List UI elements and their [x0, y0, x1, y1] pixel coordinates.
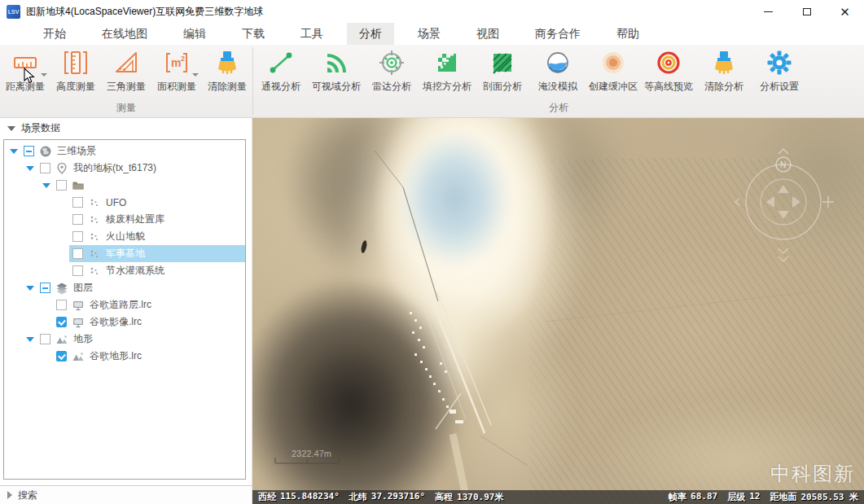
- cut-fill-icon: [433, 49, 461, 77]
- clear-analysis-button[interactable]: 清除分析: [696, 49, 752, 94]
- level-label: 层级: [727, 491, 745, 503]
- checkbox-checked[interactable]: [56, 351, 67, 362]
- expander-icon[interactable]: [7, 142, 20, 160]
- group-label-measure: 测量: [0, 99, 252, 117]
- mouse-cursor-icon: [23, 68, 37, 84]
- tree-item-3d-scene[interactable]: 三维场景: [4, 142, 245, 160]
- fps-value: 68.87: [691, 491, 717, 503]
- tree-item-terrain-group[interactable]: 地形: [4, 331, 245, 348]
- menu-bar: 开始 在线地图 编辑 下载 工具 分析 场景 视图 商务合作 帮助: [0, 23, 864, 45]
- checkbox-unchecked[interactable]: [56, 300, 67, 310]
- tab-download[interactable]: 下载: [230, 23, 277, 45]
- expander-icon[interactable]: [24, 279, 37, 296]
- tab-online-maps[interactable]: 在线地图: [90, 23, 160, 45]
- layers-icon: [55, 282, 68, 295]
- dots-icon: [88, 230, 101, 243]
- satellite-terrain: [252, 118, 864, 504]
- tree-item-irrigation[interactable]: 节水灌溉系统: [4, 262, 245, 279]
- tree-item-google-roads[interactable]: 谷歌道路层.lrc: [4, 296, 245, 313]
- latitude-value: 37.293716°: [371, 491, 425, 503]
- checkbox-unchecked[interactable]: [40, 334, 50, 344]
- map-viewport[interactable]: 2322.47m N 中科图新 西: [252, 118, 864, 504]
- status-bar: 西经115.848234° 北纬37.293716° 高程1370.97米 帧率…: [252, 490, 864, 504]
- tree-item-ufo[interactable]: UFO: [4, 194, 245, 211]
- ground-distance-value: 20585.53 米: [800, 491, 858, 503]
- ruler-vertical-icon: [62, 49, 90, 77]
- contour-icon: [655, 49, 682, 77]
- monitor-icon: [72, 316, 85, 329]
- checkbox-unchecked[interactable]: [56, 180, 67, 191]
- dots-icon: [88, 265, 101, 278]
- tree-item-my-placemarks[interactable]: 我的地标(tx_t6173): [4, 160, 245, 177]
- ribbon-group-measure: 距离测量 高度测量 三角测量 面积测量 清除测量 测量: [0, 45, 252, 117]
- dropdown-caret-icon[interactable]: [192, 73, 199, 77]
- scale-bar: [275, 458, 339, 463]
- checkbox-unchecked[interactable]: [72, 248, 83, 259]
- radar-analysis-button[interactable]: 雷达分析: [364, 49, 419, 94]
- clear-measure-button[interactable]: 清除测量: [202, 49, 252, 94]
- triangle-measure-button[interactable]: 三角测量: [101, 49, 151, 94]
- tree-item-google-imagery[interactable]: 谷歌影像.lrc: [4, 313, 245, 331]
- globe-icon: [39, 145, 52, 158]
- tab-home[interactable]: 开始: [31, 23, 78, 45]
- checkbox-unchecked[interactable]: [72, 265, 83, 276]
- profile-analysis-button[interactable]: 剖面分析: [475, 49, 530, 94]
- close-button[interactable]: ✕: [826, 0, 864, 23]
- tree-item-layers-group[interactable]: 图层: [4, 279, 245, 296]
- checkbox-unchecked[interactable]: [72, 214, 83, 225]
- analysis-settings-button[interactable]: 分析设置: [752, 49, 807, 94]
- area-measure-button[interactable]: 面积测量: [151, 49, 202, 94]
- dropdown-caret-icon[interactable]: [41, 73, 47, 77]
- search-section[interactable]: 搜索: [0, 485, 252, 504]
- expander-icon[interactable]: [24, 160, 37, 177]
- viewshed-icon: [322, 49, 350, 77]
- tree-item-military-base[interactable]: 军事基地: [4, 245, 245, 262]
- contour-preview-button[interactable]: 等高线预览: [641, 49, 696, 94]
- expander-icon[interactable]: [24, 331, 37, 348]
- height-measure-button[interactable]: 高度测量: [50, 49, 101, 94]
- area-m2-icon: [163, 49, 191, 77]
- tab-analysis[interactable]: 分析: [347, 23, 394, 45]
- expander-icon[interactable]: [40, 177, 53, 194]
- tree-item-folder[interactable]: [4, 177, 245, 194]
- monitor-icon: [72, 299, 85, 312]
- checkbox-unchecked[interactable]: [40, 163, 50, 173]
- tab-tools[interactable]: 工具: [288, 23, 336, 45]
- minimize-button[interactable]: [749, 0, 787, 23]
- elevation-value: 1370.97米: [457, 491, 503, 503]
- cut-fill-analysis-button[interactable]: 填挖方分析: [419, 49, 475, 94]
- checkbox-checked[interactable]: [56, 317, 67, 327]
- minimize-icon: [764, 11, 773, 12]
- scene-data-header[interactable]: 场景数据: [0, 118, 252, 138]
- tab-edit[interactable]: 编辑: [171, 23, 218, 45]
- create-buffer-button[interactable]: 创建缓冲区: [586, 49, 641, 94]
- checkbox-partial[interactable]: [40, 283, 50, 293]
- checkbox-partial[interactable]: [24, 146, 34, 156]
- maximize-icon: [803, 8, 811, 15]
- sightline-analysis-button[interactable]: 通视分析: [253, 49, 309, 94]
- tree-item-nuclear-waste[interactable]: 核废料处置库: [4, 211, 245, 228]
- terrain-icon: [72, 350, 85, 363]
- tree-item-google-terrain[interactable]: 谷歌地形.lrc: [4, 348, 245, 365]
- scene-data-panel: 场景数据 三维场景 我的地标(tx_t6173): [0, 118, 252, 504]
- profile-icon: [489, 49, 516, 77]
- tree-item-volcano[interactable]: 火山地貌: [4, 228, 245, 245]
- viewshed-analysis-button[interactable]: 可视域分析: [309, 49, 364, 94]
- longitude-value: 115.848234°: [280, 491, 340, 503]
- tab-help[interactable]: 帮助: [604, 23, 651, 45]
- dots-icon: [88, 213, 101, 226]
- flood-simulation-button[interactable]: 淹没模拟: [530, 49, 586, 94]
- maximize-button[interactable]: [787, 0, 826, 23]
- tab-business[interactable]: 商务合作: [523, 23, 593, 45]
- ribbon-group-analysis: 通视分析 可视域分析 雷达分析 填挖方分析 剖面分析 淹没模拟: [253, 45, 864, 117]
- compass-north-label: N: [780, 160, 786, 169]
- title-bar: LSV 图新地球4(LocaSpaceViewer)互联网免费三维数字地球 ✕: [0, 0, 864, 23]
- tab-scene[interactable]: 场景: [406, 23, 453, 45]
- pin-icon: [55, 162, 68, 175]
- sightline-icon: [267, 49, 295, 77]
- map-overlay: 2322.47m N: [252, 118, 864, 504]
- checkbox-unchecked[interactable]: [72, 231, 83, 242]
- tab-view[interactable]: 视图: [464, 23, 511, 45]
- checkbox-unchecked[interactable]: [72, 197, 83, 208]
- scale-label: 2322.47m: [292, 449, 331, 458]
